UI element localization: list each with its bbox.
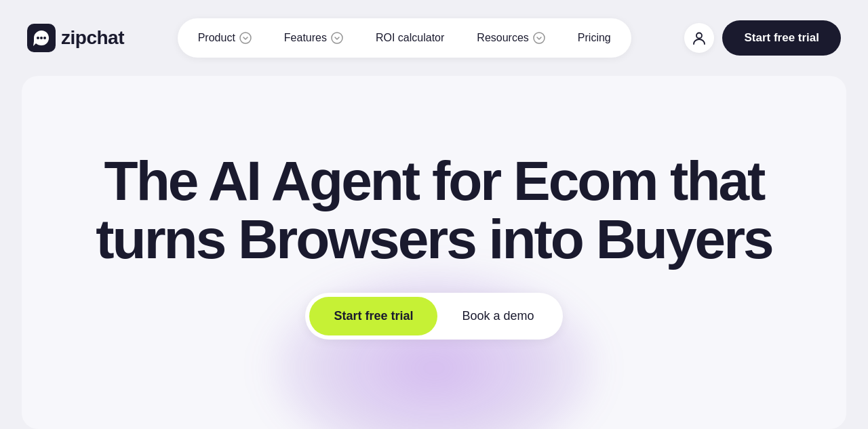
- nav-label-features: Features: [284, 32, 327, 44]
- logo-text: zipchat: [61, 27, 124, 49]
- nav-item-roi[interactable]: ROI calculator: [361, 25, 459, 51]
- user-icon: [692, 30, 707, 45]
- main-nav: Product Features ROI calculator Resource…: [178, 18, 631, 58]
- start-trial-header-button[interactable]: Start free trial: [722, 20, 841, 56]
- svg-point-7: [696, 33, 702, 39]
- svg-point-5: [332, 33, 342, 43]
- hero-headline-line1: The AI Agent for Ecom that: [104, 150, 764, 211]
- hero-headline-line2: turns Browsers into Buyers: [96, 208, 772, 270]
- hero-area: The AI Agent for Ecom that turns Browser…: [22, 76, 846, 429]
- nav-label-product: Product: [198, 32, 235, 44]
- header-right: Start free trial: [684, 20, 841, 56]
- nav-label-roi: ROI calculator: [376, 32, 444, 44]
- glow-decoration: [264, 266, 604, 429]
- hero-cta-group: Start free trial Book a demo: [305, 293, 562, 340]
- logo-icon: [27, 24, 56, 52]
- features-chevron-icon: [331, 32, 343, 44]
- product-chevron-icon: [239, 32, 252, 44]
- nav-item-pricing[interactable]: Pricing: [563, 25, 626, 51]
- nav-label-resources: Resources: [477, 32, 528, 44]
- header: zipchat Product Features ROI calculator …: [0, 0, 868, 76]
- nav-item-resources[interactable]: Resources: [462, 25, 559, 51]
- svg-point-1: [37, 37, 39, 39]
- resources-chevron-icon: [533, 32, 545, 44]
- svg-point-4: [240, 33, 251, 43]
- nav-item-features[interactable]: Features: [269, 25, 358, 51]
- logo[interactable]: zipchat: [27, 24, 124, 52]
- hero-headline: The AI Agent for Ecom that turns Browser…: [96, 152, 772, 268]
- svg-point-3: [43, 37, 46, 39]
- book-demo-button[interactable]: Book a demo: [437, 297, 558, 335]
- nav-label-pricing: Pricing: [578, 32, 611, 44]
- svg-point-6: [534, 33, 545, 43]
- user-account-button[interactable]: [684, 23, 714, 53]
- svg-point-2: [40, 37, 43, 39]
- start-trial-hero-button[interactable]: Start free trial: [309, 297, 437, 335]
- nav-item-product[interactable]: Product: [183, 25, 267, 51]
